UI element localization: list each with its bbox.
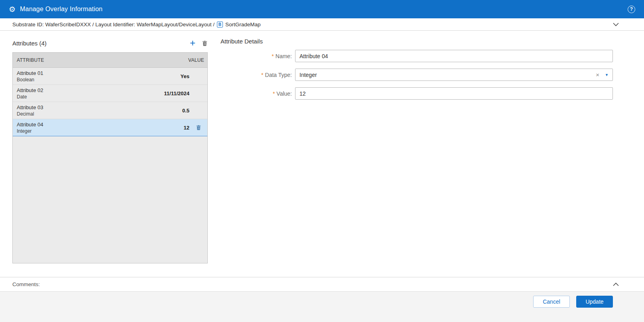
required-asterisk: * (273, 90, 275, 97)
attribute-value: 12 (184, 125, 189, 131)
table-row[interactable]: Attribute 03 Decimal 0.5 (13, 102, 207, 119)
attribute-value: 0.5 (182, 108, 189, 114)
attributes-table: ATTRIBUTE VALUE Attribute 01 Boolean Yes… (12, 52, 208, 263)
footer-bar: Cancel Update (0, 291, 644, 322)
dropdown-caret-icon[interactable]: ▼ (605, 73, 609, 77)
title-bar: ⚙ Manage Overlay Information ? (0, 0, 644, 18)
value-label-text: Value: (276, 90, 292, 97)
page-title: Manage Overlay Information (20, 6, 102, 13)
attributes-actions: + (190, 39, 208, 47)
attribute-name: Attribute 04 (17, 122, 43, 128)
manage-overlay-window: ⚙ Manage Overlay Information ? Substrate… (0, 0, 644, 322)
datatype-selected-value: Integer (299, 72, 593, 78)
attribute-value: 11/11/2024 (164, 90, 189, 96)
main-content: Attributes (4) + ATTRIBUTE VALUE Attribu… (0, 31, 644, 277)
attributes-table-header: ATTRIBUTE VALUE (13, 53, 207, 68)
gear-icon: ⚙ (9, 6, 16, 13)
attribute-name: Attribute 01 (17, 70, 43, 76)
attributes-panel-header: Attributes (4) + (12, 37, 208, 49)
attribute-type: Date (17, 94, 43, 100)
map-icon: B (217, 22, 223, 27)
comments-label: Comments: (12, 281, 40, 287)
chevron-up-icon[interactable] (613, 283, 619, 286)
row-trash-slot (189, 125, 207, 130)
attribute-cell: Attribute 04 Integer (17, 122, 43, 134)
value-input[interactable] (295, 87, 613, 100)
add-attribute-icon[interactable]: + (190, 39, 195, 47)
breadcrumb-map-name: SortGradeMap (225, 22, 261, 27)
help-icon[interactable]: ? (628, 6, 635, 13)
name-input[interactable] (295, 50, 613, 62)
attribute-cell: Attribute 01 Boolean (17, 70, 43, 82)
name-field-row: *Name: (221, 50, 613, 62)
required-asterisk: * (272, 53, 274, 59)
clear-selection-icon[interactable]: × (593, 71, 602, 78)
attribute-name: Attribute 03 (17, 104, 43, 110)
table-row[interactable]: Attribute 01 Boolean Yes (13, 68, 207, 85)
attribute-type: Decimal (17, 111, 43, 117)
attributes-title: Attributes (4) (12, 40, 47, 47)
value-field-row: *Value: (221, 87, 613, 100)
attribute-name: Attribute 02 (17, 87, 43, 93)
datatype-label: *Data Type: (221, 72, 295, 78)
required-asterisk: * (261, 72, 263, 78)
name-label: *Name: (221, 53, 295, 59)
table-row-selected[interactable]: Attribute 04 Integer 12 (13, 119, 207, 136)
value-label: *Value: (221, 90, 295, 97)
details-title: Attribute Details (221, 37, 613, 49)
name-label-text: Name: (276, 53, 292, 59)
datatype-label-text: Data Type: (265, 72, 292, 78)
update-button[interactable]: Update (576, 296, 613, 308)
delete-attribute-icon[interactable] (202, 40, 208, 46)
datatype-select[interactable]: Integer × ▼ (295, 69, 613, 81)
attribute-cell: Attribute 02 Date (17, 87, 43, 100)
comments-section: Comments: (0, 277, 644, 291)
breadcrumb-path: Substrate ID: WaferScribeIDXXX / Layout … (12, 22, 215, 27)
table-row[interactable]: Attribute 02 Date 11/11/2024 (13, 85, 207, 102)
attributes-panel: Attributes (4) + ATTRIBUTE VALUE Attribu… (12, 37, 208, 277)
breadcrumb: Substrate ID: WaferScribeIDXXX / Layout … (0, 18, 644, 31)
attribute-value: Yes (181, 73, 189, 79)
delete-row-icon[interactable] (196, 125, 201, 130)
column-header-value: VALUE (188, 57, 204, 63)
column-header-attribute: ATTRIBUTE (17, 57, 44, 63)
datatype-field-row: *Data Type: Integer × ▼ (221, 69, 613, 81)
cancel-button[interactable]: Cancel (533, 296, 570, 308)
attribute-type: Integer (17, 128, 43, 134)
attribute-cell: Attribute 03 Decimal (17, 104, 43, 117)
attribute-type: Boolean (17, 77, 43, 82)
attribute-details-panel: Attribute Details *Name: *Data Type: Int… (221, 37, 613, 277)
chevron-down-icon[interactable] (613, 23, 619, 26)
